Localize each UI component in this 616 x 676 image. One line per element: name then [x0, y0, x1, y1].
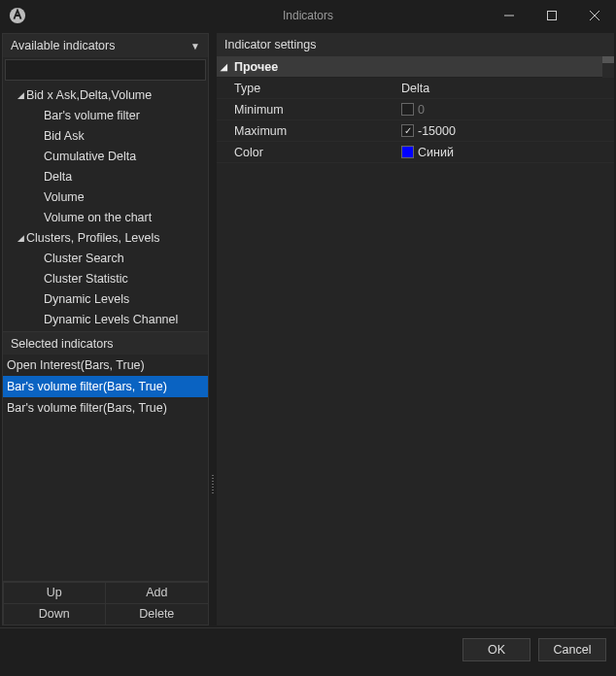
tree-item[interactable]: Volume: [3, 186, 208, 207]
tree-item[interactable]: Dynamic Levels Channel: [3, 309, 208, 329]
minimize-button[interactable]: [488, 0, 530, 31]
property-scrollbar[interactable]: [602, 56, 614, 78]
color-swatch[interactable]: [401, 146, 414, 158]
available-indicators-panel: Available indicators ▼ ◢Bid x Ask,Delta,…: [2, 33, 209, 625]
tree-item[interactable]: Delta: [3, 166, 208, 186]
checkbox[interactable]: [401, 103, 414, 116]
ok-button[interactable]: OK: [462, 638, 530, 661]
property-label: Maximum: [217, 124, 401, 138]
dialog-footer: OK Cancel: [0, 627, 616, 670]
tree-category[interactable]: ◢Bid x Ask,Delta,Volume: [3, 84, 208, 105]
selected-indicators-list[interactable]: Open Interest(Bars, True)Bar's volume fi…: [3, 355, 208, 581]
property-category-row[interactable]: ◢ Прочее: [217, 56, 614, 78]
property-row-minimum[interactable]: Minimum0: [217, 99, 614, 120]
tree-item-label: Volume on the chart: [44, 211, 152, 224]
property-row-color[interactable]: ColorСиний: [217, 142, 614, 163]
available-indicators-label: Available indicators: [11, 39, 115, 52]
splitter[interactable]: [211, 31, 215, 627]
tree-item[interactable]: Cumulative Delta: [3, 146, 208, 166]
tree-item-label: Cluster Search: [44, 252, 124, 265]
chevron-down-icon: ◢: [221, 62, 234, 72]
selected-indicator-label: Open Interest(Bars, True): [7, 358, 145, 372]
indicators-tree[interactable]: ◢Bid x Ask,Delta,VolumeBar's volume filt…: [3, 83, 208, 331]
tree-item-label: Dynamic Levels: [44, 292, 129, 306]
up-button[interactable]: Up: [3, 582, 107, 604]
tree-category-label: Clusters, Profiles, Levels: [26, 231, 160, 245]
tree-category[interactable]: ◢Clusters, Profiles, Levels: [3, 227, 208, 248]
delete-button[interactable]: Delete: [105, 603, 209, 625]
app-logo: [8, 6, 27, 25]
property-value: 0: [418, 103, 425, 117]
dropdown-icon: ▼: [190, 41, 200, 51]
selected-indicators-header: Selected indicators: [3, 331, 208, 355]
tree-item[interactable]: Bar's volume filter: [3, 105, 208, 125]
property-value: Синий: [418, 146, 454, 159]
selected-indicator-row[interactable]: Bar's volume filter(Bars, True): [3, 397, 208, 419]
property-label: Minimum: [217, 103, 401, 117]
indicator-settings-panel: Indicator settings ◢ Прочее TypeDeltaMin…: [217, 33, 614, 625]
available-indicators-header[interactable]: Available indicators ▼: [3, 34, 208, 57]
down-button[interactable]: Down: [3, 603, 107, 625]
tree-item-label: Delta: [44, 170, 72, 184]
selected-indicator-row[interactable]: Bar's volume filter(Bars, True): [3, 376, 208, 397]
indicator-settings-label: Indicator settings: [224, 38, 317, 51]
tree-item-label: Bid Ask: [44, 129, 85, 143]
svg-rect-2: [548, 12, 557, 20]
tree-item-label: Volume: [44, 190, 85, 204]
checkbox[interactable]: ✓: [401, 124, 414, 137]
chevron-down-icon: ◢: [15, 233, 26, 243]
selected-indicators-label: Selected indicators: [11, 337, 114, 351]
filter-input[interactable]: [5, 59, 206, 81]
add-button[interactable]: Add: [105, 582, 209, 604]
title-bar: Indicators: [0, 0, 616, 31]
tree-item-label: Cluster Statistic: [44, 272, 128, 286]
tree-item[interactable]: Volume on the chart: [3, 207, 208, 227]
tree-item[interactable]: Dynamic Levels: [3, 288, 208, 309]
property-grid: TypeDeltaMinimum0Maximum✓-15000ColorСини…: [217, 78, 614, 625]
property-label: Color: [217, 146, 401, 159]
property-row-maximum[interactable]: Maximum✓-15000: [217, 120, 614, 142]
maximize-button[interactable]: [530, 0, 573, 31]
tree-item[interactable]: Cluster Search: [3, 248, 208, 268]
tree-item[interactable]: Cluster Statistic: [3, 268, 208, 288]
tree-item-label: Bar's volume filter: [44, 109, 140, 122]
selected-indicator-label: Bar's volume filter(Bars, True): [7, 401, 167, 415]
cancel-button[interactable]: Cancel: [538, 638, 606, 661]
indicator-settings-header: Indicator settings: [217, 33, 614, 56]
property-row-type[interactable]: TypeDelta: [217, 78, 614, 99]
close-button[interactable]: [573, 0, 616, 31]
tree-item-label: Dynamic Levels Channel: [44, 313, 178, 326]
property-value: Delta: [401, 82, 429, 95]
tree-category-label: Bid x Ask,Delta,Volume: [26, 88, 152, 102]
property-category-label: Прочее: [234, 60, 278, 74]
property-value: -15000: [418, 124, 456, 138]
tree-item-label: Cumulative Delta: [44, 150, 136, 163]
chevron-down-icon: ◢: [15, 90, 26, 100]
tree-item[interactable]: Bid Ask: [3, 125, 208, 146]
property-label: Type: [217, 82, 401, 95]
selected-indicator-label: Bar's volume filter(Bars, True): [7, 380, 167, 393]
selected-indicator-row[interactable]: Open Interest(Bars, True): [3, 355, 208, 376]
